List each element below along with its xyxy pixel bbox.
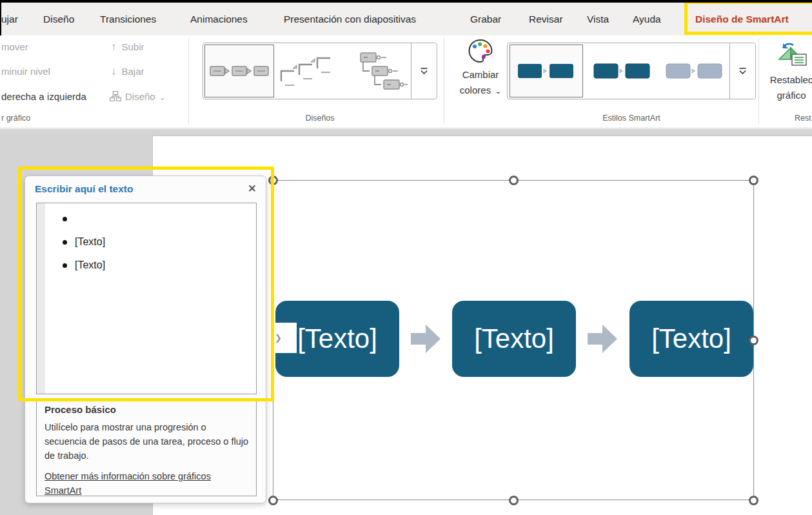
node-text: [Texto] — [297, 323, 377, 354]
change-colors-button[interactable]: Cambiar colores⌄ — [451, 39, 510, 115]
group-label-crear-grafico: r gráfico — [1, 114, 30, 123]
node-text: [Texto] — [651, 323, 731, 354]
resize-handle-top-middle[interactable] — [509, 176, 519, 185]
resize-handle-top-left[interactable] — [268, 176, 278, 185]
smartart-style-3d-icon — [662, 55, 727, 87]
org-chart-icon — [110, 91, 121, 101]
text-pane-gutter — [37, 203, 45, 394]
text-pane-footer: Proceso básico Utilícelo para mostrar un… — [36, 398, 257, 496]
process-arrow-icon — [588, 323, 617, 354]
smartart-style-1-icon — [514, 55, 579, 87]
tab-transiciones[interactable]: Transiciones — [100, 3, 156, 35]
ribbon: mover minuir nivel derecha a izquierda ↑… — [0, 35, 812, 128]
smartart-node-2[interactable]: [Texto] — [452, 301, 576, 377]
top-edge-strip — [0, 0, 812, 3]
resize-handle-bottom-right[interactable] — [749, 496, 758, 505]
layout-description: Utilícelo para mostrar una progresión o … — [45, 420, 250, 463]
active-tab-underline — [695, 32, 804, 34]
layout-thumb-step-process[interactable] — [275, 45, 341, 97]
text-pane-list[interactable]: [Texto] [Texto] — [36, 203, 257, 394]
menu-bar: ujar Diseño Transiciones Animaciones Pre… — [0, 3, 812, 35]
layouts-gallery — [203, 43, 437, 99]
promote-button[interactable]: mover — [1, 40, 28, 54]
tab-dibujar[interactable]: ujar — [1, 3, 18, 35]
group-label-restablecer: Rest — [795, 114, 811, 123]
tab-ayuda[interactable]: Ayuda — [633, 3, 661, 35]
text-pane-title: Escribir aquí el texto — [35, 183, 133, 195]
move-down-button[interactable]: ↓Bajar — [111, 65, 144, 79]
arrow-down-icon: ↓ — [111, 65, 117, 77]
bullet-item-3[interactable]: [Texto] — [63, 258, 105, 272]
basic-process-layout-icon — [208, 53, 270, 89]
layout-dropdown-button[interactable]: Diseño⌄ — [110, 90, 166, 104]
hierarchy-layout-icon — [346, 51, 408, 91]
ribbon-separator — [444, 38, 444, 124]
right-to-left-button[interactable]: derecha a izquierda — [1, 90, 86, 104]
bullet-item-1[interactable] — [63, 212, 75, 226]
close-icon[interactable]: ✕ — [248, 182, 257, 196]
layout-thumb-hierarchy[interactable] — [342, 45, 412, 97]
smartart-style-2-icon — [590, 55, 655, 87]
reset-graphic-icon — [775, 39, 807, 70]
style-thumb-2[interactable] — [586, 45, 658, 97]
resize-handle-middle-right[interactable] — [749, 336, 758, 345]
smartart-styles-gallery — [507, 43, 756, 99]
reset-graphic-button[interactable]: Restablec gráfico — [765, 39, 812, 103]
bullet-icon — [63, 263, 67, 268]
tab-revisar[interactable]: Revisar — [529, 3, 563, 35]
tab-diseno-de-smartart[interactable]: Diseño de SmartArt — [695, 3, 789, 35]
ribbon-separator — [188, 38, 189, 124]
smartart-text-pane: Escribir aquí el texto ✕ [Texto] [Texto]… — [25, 176, 266, 503]
tab-animaciones[interactable]: Animaciones — [190, 3, 248, 35]
bullet-icon — [63, 240, 67, 245]
style-thumb-1[interactable] — [510, 45, 583, 97]
chevron-right-icon: ❯ — [275, 333, 282, 343]
resize-handle-bottom-left[interactable] — [268, 496, 278, 505]
text-pane-toggle-tab[interactable]: ❯ — [273, 323, 297, 353]
arrow-up-icon: ↑ — [111, 41, 117, 53]
tab-grabar[interactable]: Grabar — [470, 3, 501, 35]
demote-button[interactable]: minuir nivel — [1, 65, 50, 79]
layout-thumb-basic-process[interactable] — [204, 45, 274, 97]
layout-name: Proceso básico — [45, 404, 248, 415]
style-thumb-3d[interactable] — [660, 45, 729, 97]
gallery-more-icon — [420, 67, 428, 76]
resize-handle-top-right[interactable] — [749, 176, 758, 185]
chevron-down-icon: ⌄ — [495, 86, 501, 96]
left-edge-strip — [0, 0, 1, 35]
node-text: [Texto] — [474, 323, 554, 354]
color-palette-icon — [467, 39, 494, 65]
gallery-more-icon — [738, 67, 747, 76]
smartart-node-3[interactable]: [Texto] — [629, 301, 753, 377]
move-up-button[interactable]: ↑Subir — [111, 40, 144, 54]
resize-handle-bottom-middle[interactable] — [509, 496, 519, 505]
chevron-down-icon: ⌄ — [159, 93, 166, 102]
step-process-layout-icon — [279, 52, 338, 90]
tab-diseno[interactable]: Diseño — [43, 3, 74, 35]
group-label-estilos-smartart: Estilos SmartArt — [507, 114, 756, 123]
bullet-item-2[interactable]: [Texto] — [63, 235, 105, 249]
ribbon-separator — [758, 38, 759, 124]
bullet-icon — [63, 217, 67, 221]
tab-presentacion[interactable]: Presentación con diapositivas — [284, 3, 416, 35]
tab-vista[interactable]: Vista — [587, 3, 609, 35]
layouts-gallery-more-button[interactable] — [411, 43, 437, 99]
styles-gallery-more-button[interactable] — [729, 43, 755, 99]
group-label-disenos: Diseños — [203, 114, 437, 123]
learn-more-link[interactable]: Obtener más información sobre gráficos S… — [45, 469, 250, 498]
process-arrow-icon — [411, 323, 441, 354]
editor-canvas: [Texto] [Texto] [Texto] ❯ Escribir aquí … — [0, 129, 812, 515]
